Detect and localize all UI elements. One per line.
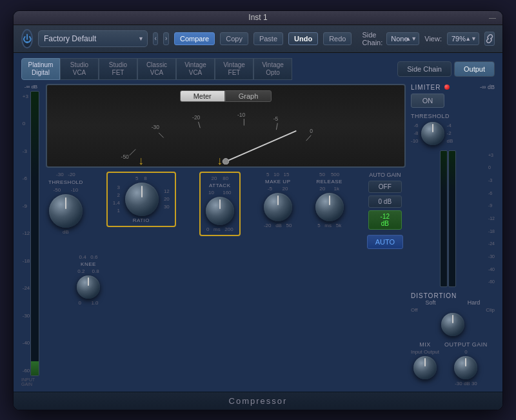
close-icon[interactable]: —	[489, 14, 496, 21]
clip-label: Clip	[486, 307, 495, 313]
display-area: Meter Graph	[46, 84, 406, 386]
vu-left-scale: +30-3-6-9-12-18-24-30-40-60	[23, 91, 30, 376]
ratio-arrow-icon: ↓	[138, 155, 144, 166]
threshold-knob[interactable]	[49, 194, 83, 228]
svg-point-13	[223, 158, 228, 164]
ratio-highlighted-area: ↓ 5 8 321.41 122030	[106, 172, 176, 227]
distortion-title: DISTORTION	[411, 292, 457, 299]
knee-knob[interactable]	[77, 275, 100, 299]
makeup-knob[interactable]	[264, 193, 292, 221]
limiter-section: LIMITER -∞ dB ON THRESHOLD -6-8-10 -4-2d…	[411, 84, 495, 145]
power-button[interactable]: ⏻	[21, 29, 33, 48]
vu-left-bottom-label: INPUT GAIN	[21, 377, 41, 386]
meter-tab-graph[interactable]: Graph	[225, 90, 272, 102]
svg-text:-20: -20	[192, 114, 201, 121]
model-vintage-opto[interactable]: Vintage Opto	[253, 58, 292, 80]
meter-display: Meter Graph	[46, 84, 406, 168]
mix-output-row: MIX Input Output OUTPUT GAIN 0 -30 dB 30	[411, 341, 495, 386]
knobs-row: -30 -20 THRESHOLD -50 -10 dB ↓ 5 8	[46, 172, 406, 249]
limiter-db: -∞ dB	[480, 84, 495, 90]
makeup-group: 5 10 15 MAKE UP -5 20 -20 dB 50	[264, 172, 292, 228]
vu-right-area: +30-3-6-9-12-18-24-30-40-60	[411, 150, 495, 287]
side-chain-select[interactable]: None	[386, 32, 419, 45]
release-label: RELEASE	[316, 179, 342, 185]
auto-gain-12db-btn[interactable]: -12 dB	[368, 210, 402, 230]
svg-line-4	[199, 121, 201, 127]
svg-line-10	[306, 135, 312, 141]
svg-text:-10: -10	[237, 112, 246, 118]
distortion-range: Off Clip	[411, 307, 495, 313]
right-section: LIMITER -∞ dB ON THRESHOLD -6-8-10 -4-2d…	[411, 84, 495, 386]
svg-text:0: 0	[310, 127, 313, 134]
limiter-indicator	[444, 85, 450, 90]
meter-tab-meter[interactable]: Meter	[180, 90, 225, 102]
bottom-knobs-row: 0.4 0.6 KNEE 0.2 0.8 0 1.0	[46, 254, 406, 306]
plugin-window: Inst 1 — ⏻ Factory Default ▼ ‹ › Compare…	[13, 10, 503, 410]
distortion-knob[interactable]	[441, 313, 464, 336]
vu-right-meter-1	[440, 150, 448, 287]
top-controls: ⏻ Factory Default ▼ ‹ › Compare Copy Pas…	[14, 25, 502, 53]
paste-button[interactable]: Paste	[253, 32, 283, 45]
limiter-header: LIMITER -∞ dB	[411, 84, 495, 91]
limiter-on-button[interactable]: ON	[411, 94, 444, 108]
svg-line-12	[226, 131, 296, 161]
link-icon[interactable]	[484, 32, 495, 46]
copy-button[interactable]: Copy	[220, 32, 248, 45]
auto-gain-off-btn[interactable]: OFF	[368, 181, 402, 193]
center-area: -∞ dB +30-3-6-9-12-18-24-30-40-60 INPUT …	[21, 84, 495, 386]
next-preset-button[interactable]: ›	[163, 32, 168, 45]
side-chain-output-btns: Side Chain Output	[397, 61, 495, 77]
attack-label: ATTACK	[209, 183, 230, 188]
view-value[interactable]: 79%	[447, 32, 479, 45]
meter-tabs: Meter Graph	[180, 90, 272, 102]
output-gain-knob[interactable]	[454, 356, 477, 379]
side-chain-btn[interactable]: Side Chain	[397, 61, 452, 77]
prev-preset-button[interactable]: ‹	[153, 32, 158, 45]
vu-right-meter-2	[448, 150, 456, 287]
limiter-title: LIMITER	[411, 84, 441, 91]
model-studio-vca[interactable]: Studio VCA	[60, 58, 99, 80]
vu-right-container	[411, 150, 486, 287]
limiter-threshold-knob[interactable]	[421, 122, 444, 145]
ratio-knob[interactable]	[125, 183, 159, 216]
model-studio-fet[interactable]: Studio FET	[99, 58, 137, 80]
model-classic-vca[interactable]: Classic VCA	[137, 58, 176, 80]
output-gain-label: OUTPUT GAIN	[444, 341, 488, 348]
window-title: Inst 1	[248, 13, 267, 22]
hard-label: Hard	[468, 299, 481, 306]
ratio-label: RATIO	[133, 217, 150, 223]
makeup-label: MAKE UP	[265, 179, 291, 185]
svg-line-0	[130, 149, 135, 155]
undo-button[interactable]: Undo	[288, 32, 318, 45]
model-vintage-vca[interactable]: Vintage VCA	[176, 58, 215, 80]
redo-button[interactable]: Redo	[323, 32, 352, 45]
distortion-section: DISTORTION Soft Hard Off Clip	[411, 292, 495, 336]
mix-knob[interactable]	[413, 356, 437, 379]
vu-left-meter	[30, 91, 39, 376]
model-platinum-digital[interactable]: Platinum Digital	[21, 58, 60, 80]
output-btn[interactable]: Output	[454, 61, 495, 77]
compare-button[interactable]: Compare	[174, 32, 215, 45]
output-gain-group: OUTPUT GAIN 0 -30 dB 30	[444, 341, 488, 386]
distortion-header: DISTORTION	[411, 292, 495, 299]
auto-button[interactable]: AUTO	[367, 235, 403, 249]
vu-left-label: -∞ dB	[25, 84, 37, 90]
soft-label: Soft	[426, 299, 436, 306]
view-label: View:	[424, 35, 442, 43]
auto-gain-section: AUTO GAIN OFF 0 dB -12 dB AUTO	[367, 172, 403, 249]
limiter-threshold-row: -6-8-10 -4-2dB	[411, 122, 495, 145]
title-bar: Inst 1 —	[14, 11, 502, 25]
release-knob[interactable]	[315, 193, 344, 221]
vu-left: -∞ dB +30-3-6-9-12-18-24-30-40-60 INPUT …	[21, 84, 41, 386]
attack-knob[interactable]	[206, 197, 234, 225]
soft-hard-row: Soft Hard	[411, 299, 495, 306]
svg-line-8	[276, 123, 277, 129]
knee-group: 0.4 0.6 KNEE 0.2 0.8 0 1.0	[77, 254, 100, 306]
model-vintage-fet[interactable]: Vintage FET	[215, 58, 253, 80]
side-chain-area: Side Chain: None ▲▼	[362, 31, 419, 46]
preset-selector[interactable]: Factory Default	[38, 30, 148, 47]
release-group: 50 500 RELEASE 20 1k 5 ms 5k	[315, 172, 344, 228]
vu-right-scale: +30-3-6-9-12-18-24-30-40-60	[488, 150, 495, 287]
auto-gain-0db-btn[interactable]: 0 dB	[368, 195, 402, 208]
main-content: Platinum Digital Studio VCA Studio FET C…	[14, 53, 502, 392]
